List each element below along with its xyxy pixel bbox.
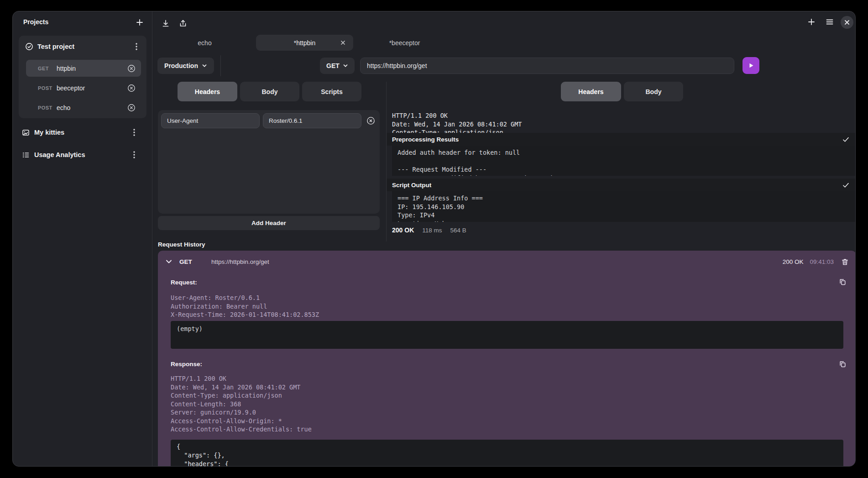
preprocessing-output[interactable]: Added auth header for token: null --- Re… xyxy=(392,146,856,176)
script-output-header: Script Output xyxy=(387,179,856,191)
image-icon xyxy=(22,129,30,137)
tab-request-headers[interactable]: Headers xyxy=(178,82,237,101)
collection-menu-button[interactable] xyxy=(131,150,138,159)
request-item-httpbin[interactable]: GET httpbin xyxy=(26,60,141,77)
remove-request-button[interactable] xyxy=(127,84,136,92)
collection-menu-button[interactable] xyxy=(131,128,138,137)
console-line: IP: 195.146.105.90 xyxy=(397,203,851,211)
body-line: "args": {}, xyxy=(177,451,837,460)
copy-request-button[interactable] xyxy=(838,277,847,286)
console-line: Request was modified by preprocessing sc… xyxy=(397,174,851,176)
tab-echo[interactable]: echo xyxy=(156,35,253,51)
new-tab-button[interactable] xyxy=(805,16,817,28)
add-header-button[interactable]: Add Header xyxy=(158,216,380,230)
header-value-input[interactable] xyxy=(263,113,361,128)
tab-httpbin[interactable]: *httpbin xyxy=(256,35,353,51)
check-icon xyxy=(842,181,850,189)
kebab-menu-icon xyxy=(133,129,135,136)
sidebar-item-my-kitties[interactable]: My kitties xyxy=(22,127,138,138)
tab-response-headers[interactable]: Headers xyxy=(561,82,621,101)
sidebar: Projects Test project GET httpbin xyxy=(13,11,152,466)
trash-icon xyxy=(841,258,849,266)
panel-title: Script Output xyxy=(392,182,842,189)
remove-circle-icon xyxy=(127,84,136,92)
window-close-button[interactable] xyxy=(841,16,853,29)
status-duration: 118 ms xyxy=(422,227,442,234)
request-section-label: Request: xyxy=(171,279,197,286)
history-entry-header[interactable]: GET https://httpbin.org/get 200 OK 09:41… xyxy=(165,256,849,267)
header-line: X-Request-Time: 2026-01-14T08:41:02.853Z xyxy=(171,310,319,319)
history-entry: GET https://httpbin.org/get 200 OK 09:41… xyxy=(158,251,856,467)
tab-label: echo xyxy=(198,39,211,47)
copy-response-button[interactable] xyxy=(838,359,847,368)
response-section-label: Response: xyxy=(171,361,202,368)
menu-icon xyxy=(825,17,834,26)
play-icon xyxy=(748,62,754,69)
response-headers-preview[interactable]: HTTP/1.1 200 OK Date: Wed, 14 Jan 2026 0… xyxy=(392,111,848,134)
tab-label: Headers xyxy=(195,88,220,95)
chevron-down-icon[interactable] xyxy=(165,258,173,265)
console-line: Location: Unknown xyxy=(397,220,851,222)
header-line: Content-Type: application/json xyxy=(171,391,312,400)
tab-beeceptor[interactable]: *beeceptor xyxy=(356,35,453,51)
kebab-menu-icon xyxy=(136,43,137,50)
request-item-label: beeceptor xyxy=(57,84,85,92)
history-request-body[interactable]: (empty) xyxy=(171,321,843,349)
header-key-input[interactable] xyxy=(161,113,260,128)
export-button[interactable] xyxy=(177,17,189,29)
header-line: Content-Length: 368 xyxy=(171,400,312,409)
tab-response-body[interactable]: Body xyxy=(624,82,683,101)
tab-request-body[interactable]: Body xyxy=(240,82,299,101)
response-line: Date: Wed, 14 Jan 2026 08:41:02 GMT xyxy=(392,120,848,129)
request-item-echo[interactable]: POST echo xyxy=(26,99,141,116)
history-url: https://httpbin.org/get xyxy=(211,258,269,265)
remove-request-button[interactable] xyxy=(127,104,136,112)
download-icon xyxy=(161,19,170,28)
delete-history-button[interactable] xyxy=(841,258,849,266)
check-circle-icon xyxy=(25,42,33,51)
request-history-title: Request History xyxy=(158,241,205,248)
projects-title: Projects xyxy=(23,18,48,26)
close-tab-button[interactable] xyxy=(339,39,347,47)
console-line: Type: IPv4 xyxy=(397,211,851,220)
history-response-body[interactable]: { "args": {}, "headers": { xyxy=(171,440,843,467)
headers-editor xyxy=(158,110,380,214)
remove-request-button[interactable] xyxy=(127,64,136,73)
status-size: 564 B xyxy=(450,227,466,234)
header-line: User-Agent: Roster/0.6.1 xyxy=(171,294,319,302)
status-code: 200 OK xyxy=(392,226,414,234)
project-header[interactable]: Test project xyxy=(25,42,140,52)
remove-header-button[interactable] xyxy=(365,116,376,125)
environment-dropdown[interactable]: Production xyxy=(157,58,214,74)
request-method-badge: POST xyxy=(38,85,57,91)
add-project-button[interactable] xyxy=(133,16,146,29)
import-button[interactable] xyxy=(160,17,172,29)
plus-icon xyxy=(135,18,144,27)
header-line: Authorization: Bearer null xyxy=(171,302,319,311)
collection-label: Usage Analytics xyxy=(34,151,126,158)
console-line xyxy=(397,157,851,166)
history-timestamp: 09:41:03 xyxy=(810,258,834,265)
send-request-button[interactable] xyxy=(743,57,759,74)
request-item-label: httpbin xyxy=(57,65,76,72)
tab-label: Scripts xyxy=(321,88,342,95)
script-output[interactable]: === IP Address Info === IP: 195.146.105.… xyxy=(392,191,856,222)
header-line: Server: gunicorn/19.9.0 xyxy=(171,408,312,417)
toolbar-divider xyxy=(220,55,221,76)
plus-icon xyxy=(807,17,816,26)
sidebar-item-usage-analytics[interactable]: Usage Analytics xyxy=(22,149,138,160)
url-input[interactable] xyxy=(360,58,734,74)
tab-label: Headers xyxy=(578,88,603,95)
console-line: Added auth header for token: null xyxy=(397,148,851,157)
response-status-bar: 200 OK 118 ms 564 B xyxy=(392,226,466,234)
app-menu-button[interactable] xyxy=(824,16,836,28)
method-dropdown[interactable]: GET xyxy=(320,58,355,74)
console-line: === IP Address Info === xyxy=(397,194,851,203)
tab-request-scripts[interactable]: Scripts xyxy=(302,82,361,101)
close-icon xyxy=(340,40,345,45)
tab-label: Body xyxy=(646,88,662,95)
request-item-beeceptor[interactable]: POST beeceptor xyxy=(26,79,141,96)
method-label: GET xyxy=(326,62,340,69)
app-window: Projects Test project GET httpbin xyxy=(12,11,856,467)
project-menu-button[interactable] xyxy=(133,42,140,51)
